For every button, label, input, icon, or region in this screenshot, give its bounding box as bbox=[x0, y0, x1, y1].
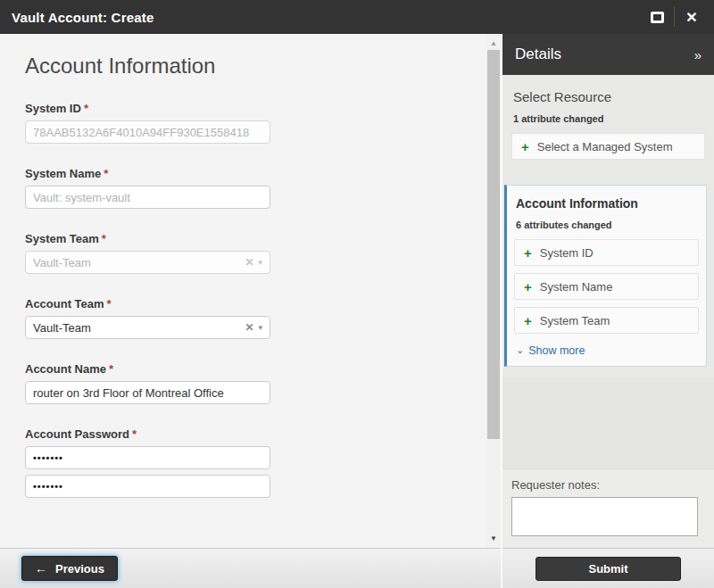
required-asterisk: * bbox=[107, 297, 112, 311]
system-team-select: Vault-Team ✕ ▾ bbox=[25, 251, 270, 274]
close-icon: ✕ bbox=[685, 9, 697, 26]
account-information-status: 6 attributes changed bbox=[516, 219, 699, 230]
required-asterisk: * bbox=[102, 232, 106, 245]
field-system-name: System Name* bbox=[25, 167, 270, 209]
add-system-name-button[interactable]: + System Name bbox=[514, 273, 699, 300]
add-system-id-button[interactable]: + System ID bbox=[514, 239, 699, 266]
required-asterisk: * bbox=[84, 102, 88, 115]
maximize-icon bbox=[651, 12, 664, 23]
window-controls: ✕ bbox=[640, 0, 714, 34]
window-body: Account Information System ID* System Na… bbox=[0, 34, 714, 588]
clear-icon: ✕ bbox=[245, 257, 253, 268]
field-account-team: Account Team* Vault-Team ✕ ▾ bbox=[25, 297, 270, 339]
chevron-down-icon[interactable]: ▾ bbox=[258, 324, 262, 332]
add-system-team-button[interactable]: + System Team bbox=[514, 307, 699, 334]
details-footer: Submit bbox=[502, 548, 714, 588]
required-asterisk: * bbox=[109, 362, 113, 376]
system-id-label: System ID* bbox=[25, 102, 270, 115]
required-asterisk: * bbox=[132, 427, 137, 441]
requester-notes-label: Requester notes: bbox=[511, 478, 703, 492]
details-panel: Details » Select Resource 1 attribute ch… bbox=[501, 34, 714, 588]
chevron-down-icon: ▾ bbox=[258, 259, 262, 267]
form-content: Account Information System ID* System Na… bbox=[0, 34, 486, 548]
form-scroll-area: Account Information System ID* System Na… bbox=[0, 34, 501, 548]
previous-button-label: Previous bbox=[55, 562, 104, 576]
required-asterisk: * bbox=[104, 167, 108, 180]
details-body: Select Resource 1 attribute changed + Se… bbox=[502, 75, 714, 548]
account-password-confirm-input[interactable] bbox=[25, 475, 270, 498]
account-name-input[interactable] bbox=[25, 381, 270, 404]
requester-notes-section: Requester notes: bbox=[502, 469, 714, 548]
plus-icon: + bbox=[524, 314, 532, 327]
details-header: Details » bbox=[502, 34, 714, 75]
vertical-scrollbar[interactable]: ▲ ▼ bbox=[486, 34, 501, 548]
account-name-label: Account Name* bbox=[25, 362, 270, 376]
plus-icon: + bbox=[524, 280, 532, 294]
window-title: Vault Account: Create bbox=[0, 10, 640, 25]
titlebar: Vault Account: Create ✕ bbox=[0, 0, 714, 34]
maximize-button[interactable] bbox=[640, 0, 674, 34]
close-button[interactable]: ✕ bbox=[675, 0, 709, 34]
select-resource-section: Select Resource 1 attribute changed + Se… bbox=[502, 75, 714, 179]
submit-button[interactable]: Submit bbox=[536, 557, 681, 581]
system-name-input[interactable] bbox=[25, 186, 270, 209]
system-team-label: System Team* bbox=[25, 232, 270, 245]
show-more-label: Show more bbox=[528, 344, 585, 357]
field-system-id: System ID* bbox=[25, 102, 270, 144]
select-resource-heading: Select Resource bbox=[513, 89, 705, 104]
plus-icon: + bbox=[521, 140, 529, 153]
account-information-heading: Account Information bbox=[516, 196, 699, 211]
select-managed-system-button[interactable]: + Select a Managed System bbox=[511, 133, 705, 160]
vault-account-create-window: Vault Account: Create ✕ Account Informat… bbox=[0, 0, 714, 588]
collapse-panel-icon[interactable]: » bbox=[694, 47, 702, 62]
scrollbar-thumb[interactable] bbox=[487, 50, 500, 439]
add-system-name-label: System Name bbox=[540, 280, 613, 294]
previous-button[interactable]: ← Previous bbox=[21, 556, 118, 581]
system-id-input bbox=[25, 120, 270, 144]
account-password-label: Account Password* bbox=[25, 427, 270, 441]
account-password-input[interactable] bbox=[25, 446, 270, 469]
add-system-id-label: System ID bbox=[540, 246, 594, 260]
add-system-team-label: System Team bbox=[540, 314, 610, 327]
requester-notes-input[interactable] bbox=[511, 497, 698, 536]
account-team-select[interactable]: Vault-Team ✕ ▾ bbox=[25, 316, 270, 339]
form-column: Account Information System ID* System Na… bbox=[0, 34, 501, 588]
details-title: Details bbox=[515, 46, 694, 63]
account-team-label: Account Team* bbox=[25, 297, 270, 311]
plus-icon: + bbox=[524, 246, 532, 260]
arrow-left-icon: ← bbox=[35, 562, 47, 575]
account-team-value: Vault-Team bbox=[33, 321, 245, 335]
account-information-card: Account Information 6 attributes changed… bbox=[504, 185, 707, 367]
select-managed-system-label: Select a Managed System bbox=[537, 140, 673, 153]
page-title: Account Information bbox=[25, 54, 486, 79]
system-name-label: System Name* bbox=[25, 167, 270, 180]
system-team-value: Vault-Team bbox=[33, 256, 245, 269]
show-more-link[interactable]: ⌄ Show more bbox=[516, 344, 585, 357]
scroll-down-icon[interactable]: ▼ bbox=[486, 532, 501, 544]
scroll-up-icon[interactable]: ▲ bbox=[486, 37, 501, 49]
field-system-team: System Team* Vault-Team ✕ ▾ bbox=[25, 232, 270, 274]
chevron-down-icon: ⌄ bbox=[516, 344, 524, 356]
details-spacer bbox=[502, 377, 714, 470]
form-footer: ← Previous bbox=[0, 548, 501, 588]
field-account-password: Account Password* bbox=[25, 427, 270, 498]
clear-icon[interactable]: ✕ bbox=[245, 322, 253, 333]
field-account-name: Account Name* bbox=[25, 362, 270, 404]
select-resource-status: 1 attribute changed bbox=[513, 113, 705, 124]
